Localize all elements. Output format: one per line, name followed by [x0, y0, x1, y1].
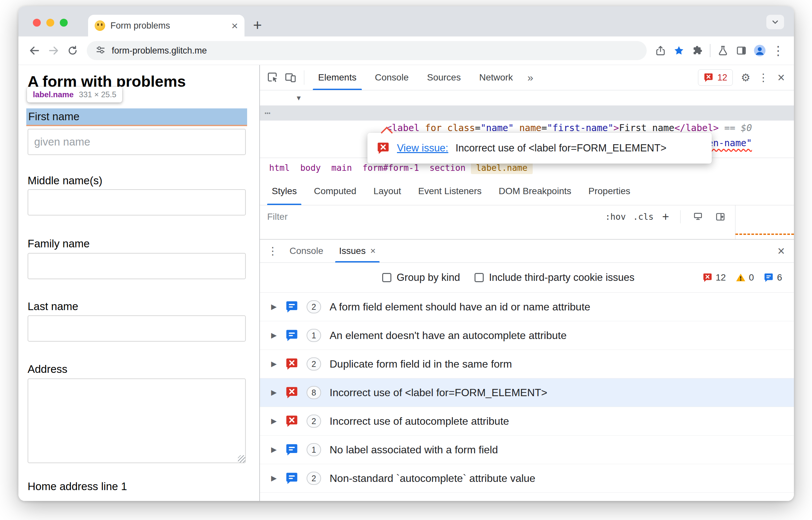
- share-icon[interactable]: [651, 42, 670, 60]
- sidebar-tab[interactable]: Styles: [263, 177, 305, 205]
- extensions-puzzle-icon[interactable]: [688, 42, 707, 60]
- issue-row[interactable]: ▶ 2 Incorrect use of autocomplete attrib…: [260, 407, 794, 436]
- sidebar-tab[interactable]: DOM Breakpoints: [490, 177, 580, 205]
- zoom-window-button[interactable]: [60, 19, 68, 27]
- issue-title: Incorrect use of <label for=FORM_ELEMENT…: [330, 387, 547, 399]
- side-panel-icon[interactable]: [732, 42, 751, 60]
- bookmark-star-icon[interactable]: [670, 42, 688, 60]
- toggle-cls-button[interactable]: .cls: [633, 212, 654, 222]
- address-bar[interactable]: form-problems.glitch.me: [87, 41, 647, 60]
- dom-node-label-selected[interactable]: ⋯<label for class="name" name="first-nam…: [260, 105, 794, 121]
- settings-gear-icon[interactable]: ⚙: [737, 69, 755, 86]
- sidebar-tab[interactable]: Event Listeners: [410, 177, 490, 205]
- issue-row[interactable]: ▶ 2 A form field element should have an …: [260, 293, 794, 321]
- issue-title: A form field element should have an id o…: [330, 301, 590, 313]
- issue-row[interactable]: ▶ 2 Non-standard `autocomplete` attribut…: [260, 464, 794, 493]
- issue-row[interactable]: ▶ 2 Duplicate form field id in the same …: [260, 350, 794, 379]
- devtools-menu-icon[interactable]: ⋮: [755, 69, 772, 86]
- drawer-toolbar: ⋮ Console Issues × ×: [260, 239, 794, 263]
- reload-button[interactable]: [63, 41, 82, 60]
- tooltip-dimensions: 331 × 25.5: [79, 90, 116, 99]
- tooltip-selector: label.name: [33, 90, 74, 99]
- node-menu-dots-icon[interactable]: ⋯: [264, 105, 271, 121]
- devtools-tab[interactable]: Console: [366, 65, 418, 90]
- tab-strip: Form problems × +: [18, 6, 794, 36]
- expand-issue-icon[interactable]: ▶: [271, 331, 284, 340]
- devtools-tab[interactable]: Sources: [418, 65, 470, 90]
- close-issues-tab-icon[interactable]: ×: [370, 246, 376, 256]
- breadcrumb-item[interactable]: html: [264, 162, 295, 174]
- inspect-element-icon[interactable]: [264, 69, 282, 86]
- form-label-first-name: First name: [26, 108, 247, 126]
- browser-tab[interactable]: Form problems ×: [88, 15, 245, 36]
- devtools-tab[interactable]: Network: [470, 65, 522, 90]
- close-drawer-icon[interactable]: ×: [772, 242, 790, 260]
- toggle-hov-button[interactable]: :hov: [605, 212, 626, 222]
- device-toolbar-icon[interactable]: [282, 69, 299, 86]
- window-controls: [33, 19, 68, 27]
- third-party-cookie-checkbox[interactable]: Include third-party cookie issues: [475, 272, 635, 284]
- checkbox-label: Include third-party cookie issues: [489, 272, 635, 284]
- devtools-close-icon[interactable]: ×: [772, 69, 790, 86]
- sidebar-tab[interactable]: Computed: [305, 177, 365, 205]
- tab-console-drawer[interactable]: Console: [282, 239, 331, 262]
- expand-issue-icon[interactable]: ▶: [271, 360, 284, 368]
- checkbox-box[interactable]: [382, 273, 391, 282]
- checkbox-box[interactable]: [475, 273, 484, 282]
- styles-sidebar-stub: [735, 205, 794, 239]
- view-issue-link[interactable]: View issue:: [397, 142, 448, 154]
- computed-sidebar-icon[interactable]: [713, 209, 728, 224]
- issue-row[interactable]: ▶ 8 Incorrect use of <label for=FORM_ELE…: [260, 379, 794, 407]
- first-name-input[interactable]: [28, 129, 246, 155]
- breadcrumb-item[interactable]: main: [326, 162, 357, 174]
- issue-info-icon: [284, 471, 299, 486]
- experiments-flask-icon[interactable]: [714, 42, 732, 60]
- breadcrumb-item[interactable]: body: [295, 162, 326, 174]
- issues-count-badge[interactable]: 12: [698, 69, 733, 86]
- tab-search-chevron-icon[interactable]: [766, 15, 784, 29]
- expand-arrow-icon[interactable]: ▼: [297, 90, 301, 105]
- form-label-address: Address: [28, 363, 67, 375]
- styles-filter-input[interactable]: Filter: [267, 212, 598, 222]
- info-icon: [764, 272, 773, 283]
- new-tab-button[interactable]: +: [253, 18, 262, 32]
- issue-count-badge: 1: [307, 329, 321, 342]
- close-window-button[interactable]: [33, 19, 41, 27]
- expand-issue-icon[interactable]: ▶: [271, 303, 284, 311]
- site-settings-icon[interactable]: [95, 45, 106, 56]
- group-by-kind-checkbox[interactable]: Group by kind: [382, 272, 460, 284]
- drawer-menu-icon[interactable]: ⋮: [264, 242, 282, 260]
- issue-title: An element doesn't have an autocomplete …: [330, 330, 566, 342]
- minimize-window-button[interactable]: [46, 19, 54, 27]
- sidebar-tab[interactable]: Properties: [580, 177, 639, 205]
- issue-info-icon: [284, 299, 299, 314]
- expand-issue-icon[interactable]: ▶: [271, 417, 284, 425]
- expand-issue-icon[interactable]: ▶: [271, 445, 284, 454]
- issue-title: Duplicate form field id in the same form: [330, 358, 512, 370]
- back-button[interactable]: [25, 41, 44, 60]
- rendering-emulation-icon[interactable]: [690, 209, 706, 224]
- browser-menu-icon[interactable]: ⋮: [769, 42, 787, 60]
- view-issue-tooltip: View issue: Incorrect use of <label for=…: [367, 133, 712, 163]
- expand-issue-icon[interactable]: ▶: [271, 388, 284, 397]
- devtools-tab[interactable]: Elements: [309, 65, 366, 90]
- new-style-rule-button[interactable]: +: [662, 210, 669, 224]
- last-name-input[interactable]: [28, 315, 246, 342]
- profile-avatar[interactable]: [751, 42, 769, 60]
- forward-button[interactable]: [44, 41, 63, 60]
- issue-count-badge: 2: [307, 472, 321, 485]
- address-textarea[interactable]: [28, 379, 246, 463]
- issue-row[interactable]: ▶ 1 An element doesn't have an autocompl…: [260, 321, 794, 350]
- textarea-resize-grip[interactable]: [238, 455, 245, 463]
- issue-row[interactable]: ▶ 1 No label associated with a form fiel…: [260, 436, 794, 464]
- expand-issue-icon[interactable]: ▶: [271, 474, 284, 483]
- window-content: A form with problems label.name 331 × 25…: [18, 65, 794, 501]
- tab-close-icon[interactable]: ×: [231, 20, 238, 31]
- sidebar-tab[interactable]: Layout: [365, 177, 409, 205]
- url-text[interactable]: form-problems.glitch.me: [112, 46, 207, 56]
- dom-node-section[interactable]: ▼<section>: [260, 90, 794, 105]
- middle-name-input[interactable]: [28, 189, 246, 215]
- family-name-input[interactable]: [28, 253, 246, 279]
- tab-issues[interactable]: Issues ×: [331, 239, 383, 262]
- more-panels-icon[interactable]: »: [522, 72, 539, 84]
